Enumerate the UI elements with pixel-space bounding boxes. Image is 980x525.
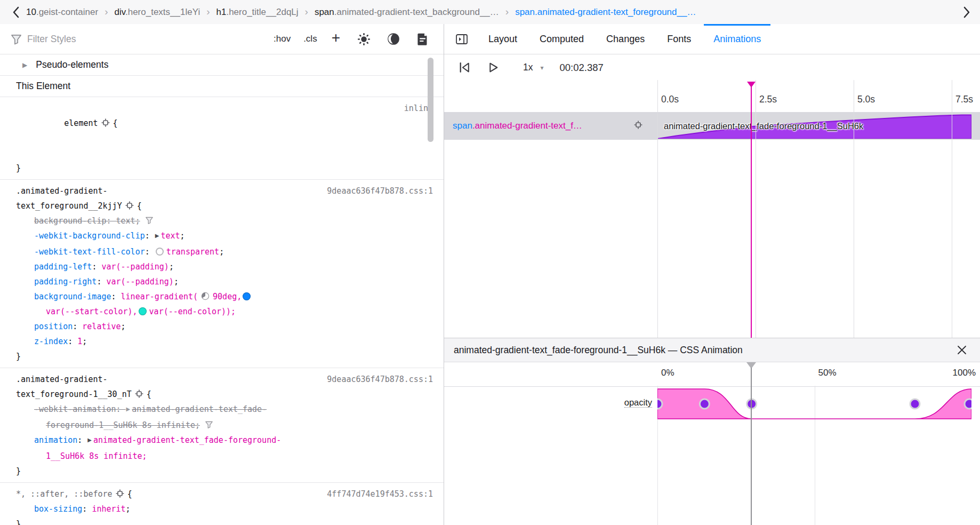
element-inline-rule: element{ inline } <box>0 97 444 180</box>
playhead-line[interactable] <box>751 82 752 338</box>
target-icon[interactable] <box>116 489 124 498</box>
property-value: 1__SuH6k 8s infinite; <box>46 451 147 461</box>
color-swatch[interactable] <box>139 307 147 315</box>
target-icon[interactable] <box>101 118 110 127</box>
breadcrumb-item[interactable]: 10.geist-container <box>26 7 98 18</box>
code-text: ; <box>126 504 131 514</box>
this-element-label: This Element <box>16 81 70 92</box>
toggle-hover-pseudo[interactable]: :hov <box>269 34 295 44</box>
light-mode-icon[interactable] <box>352 33 376 46</box>
breadcrumb-separator-icon: › <box>206 6 210 18</box>
code-text: : <box>82 504 92 514</box>
expand-value-icon[interactable]: ▶ <box>87 433 92 448</box>
property-name[interactable]: box-sizing <box>34 504 82 514</box>
expand-value-icon[interactable]: ▶ <box>155 228 159 243</box>
rules-panel: Filter Styles :hov.cls+ ▶ Pseudo-element… <box>0 24 444 525</box>
rule-selector[interactable]: text_foreground__2kjjY{ <box>16 198 432 213</box>
rule-selector[interactable]: *, ::after, ::before{4ff747d74e19f453.cs… <box>16 487 432 502</box>
property-value: animated-gradient-text_fade-foreground- <box>93 435 281 445</box>
color-swatch[interactable] <box>243 292 251 300</box>
crumb-class: .animated-gradient-text_foreground__… <box>535 7 696 17</box>
code-text: animated-gradient-text_fade- <box>132 404 267 414</box>
breadcrumb-item[interactable]: div.hero_texts__1leYi <box>114 7 200 18</box>
code-text: : <box>111 292 121 301</box>
property-name[interactable]: z-index <box>34 337 68 346</box>
tab-animations[interactable]: Animations <box>702 24 772 54</box>
play-button[interactable] <box>486 61 500 74</box>
timeline-gridline <box>657 80 658 338</box>
property-name[interactable]: animation <box>34 435 77 445</box>
rule-selector[interactable]: text_foreground-1__30_nT{ <box>16 387 432 402</box>
keyframe-dot[interactable] <box>657 399 662 409</box>
open-brace: { <box>147 389 151 399</box>
property-name[interactable]: -webkit-background-clip <box>34 231 145 241</box>
dark-mode-icon[interactable] <box>381 32 406 46</box>
animation-track-row[interactable]: span.animated-gradient-text_f… animated-… <box>444 112 980 140</box>
animation-summary-bar[interactable] <box>657 113 971 139</box>
breadcrumb-item[interactable]: span.animated-gradient-text_foreground__… <box>515 7 696 18</box>
collapse-caret-icon[interactable]: ▶ <box>22 61 27 69</box>
current-time: 00:02.387 <box>560 62 604 74</box>
playhead-handle[interactable] <box>747 82 756 88</box>
tab-fonts[interactable]: Fonts <box>656 24 702 54</box>
breadcrumb-item[interactable]: h1.hero_title__2dqLj <box>216 7 298 18</box>
css-declaration: animation: ▶animated-gradient-text_fade-… <box>16 433 432 449</box>
stylesheet-source-link[interactable]: 4ff747d74e19f453.css:1 <box>327 487 433 502</box>
print-media-icon[interactable] <box>411 33 434 46</box>
property-name[interactable]: position <box>34 322 73 331</box>
transparent-swatch[interactable] <box>156 248 164 256</box>
timeline-tick-label: 7.5s <box>955 94 973 105</box>
property-name[interactable]: -webkit-text-fill-color <box>34 247 145 257</box>
crumb-tag: span <box>515 7 535 17</box>
element-rule-open[interactable]: element{ inline <box>16 101 432 161</box>
rewind-button[interactable] <box>458 61 471 74</box>
keyframe-dot[interactable] <box>965 399 971 409</box>
close-icon[interactable] <box>953 343 970 357</box>
property-link[interactable]: opacity <box>624 397 652 408</box>
filter-styles-input[interactable]: Filter Styles <box>27 34 263 45</box>
filter-property-icon[interactable] <box>205 420 213 429</box>
crumb-class: .geist-container <box>36 7 98 17</box>
target-icon[interactable] <box>135 389 143 398</box>
playback-rate-select[interactable]: 1x ▾ <box>523 62 544 73</box>
breadcrumb-item[interactable]: span.animated-gradient-text_background__… <box>315 7 499 18</box>
tab-changes[interactable]: Changes <box>595 24 656 54</box>
code-text: ; <box>82 337 87 346</box>
property-value: var(--padding) <box>106 277 173 287</box>
breadcrumb-back-icon[interactable] <box>7 4 24 20</box>
open-brace: { <box>113 118 118 128</box>
keyframe-property-label: opacity <box>444 397 652 408</box>
css-declaration: var(--start-color),var(--end-color)); <box>16 304 432 319</box>
add-rule-button[interactable]: + <box>325 30 347 45</box>
filter-property-icon[interactable] <box>145 216 154 225</box>
stylesheet-source-link[interactable]: 9deaac636f47b878.css:1 <box>327 184 433 198</box>
tab-layout[interactable]: Layout <box>477 24 528 54</box>
property-value: var(--start-color), <box>46 307 138 316</box>
target-icon[interactable] <box>634 121 642 129</box>
angle-swatch-icon[interactable] <box>201 292 210 300</box>
rule-selector[interactable]: .animated-gradient-9deaac636f47b878.css:… <box>16 372 432 387</box>
target-icon[interactable] <box>125 201 134 210</box>
rules-scrollbar-thumb[interactable] <box>428 58 433 142</box>
keyframe-dot[interactable] <box>700 399 709 409</box>
selector-text: text_foreground-1__30_nT <box>16 389 132 399</box>
property-name[interactable]: padding-right <box>34 277 97 287</box>
property-name[interactable]: padding-left <box>34 262 92 272</box>
css-declaration: padding-right: var(--padding); <box>16 274 432 289</box>
track-node-label[interactable]: span.animated-gradient-text_f… <box>453 112 582 140</box>
breadcrumb-separator-icon: › <box>105 6 108 18</box>
stylesheet-source-link[interactable]: 9deaac636f47b878.css:1 <box>327 372 433 387</box>
keyframe-dot[interactable] <box>910 399 920 409</box>
opacity-keyframes-graph[interactable] <box>657 386 971 424</box>
tab-computed[interactable]: Computed <box>528 24 595 54</box>
selector-text: text_foreground__2kjjY <box>16 201 122 211</box>
property-name[interactable]: background-image <box>34 292 111 301</box>
expand-value-icon[interactable]: ▶ <box>126 402 131 417</box>
code-text: ; <box>174 277 179 287</box>
pseudo-elements-section[interactable]: ▶ Pseudo-elements <box>0 54 444 76</box>
breadcrumb-forward-icon[interactable] <box>958 4 975 20</box>
panel-toggle-icon[interactable] <box>453 34 471 44</box>
percent-tick-label: 0% <box>661 368 674 378</box>
toggle-class-panel[interactable]: .cls <box>299 34 322 44</box>
rule-selector[interactable]: .animated-gradient-9deaac636f47b878.css:… <box>16 184 432 198</box>
